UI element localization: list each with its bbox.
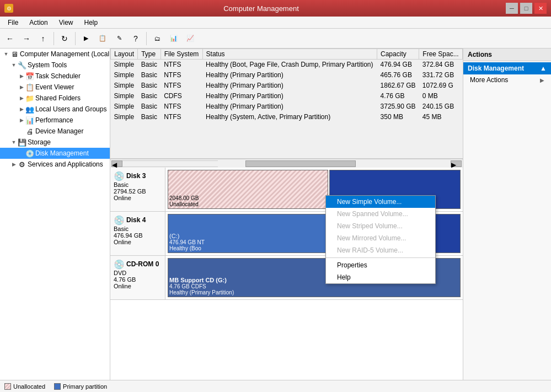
legend-unallocated-box bbox=[4, 383, 11, 390]
disk3-unallocated-label: Unallocated bbox=[169, 201, 327, 207]
table-row[interactable]: SimpleBasicNTFSHealthy (Primary Partitio… bbox=[111, 80, 463, 91]
table-cell: Simple bbox=[111, 70, 138, 80]
disk3-name: Disk 3 bbox=[126, 172, 146, 180]
extra-btn1[interactable]: 🗂 bbox=[149, 31, 165, 46]
sidebar-performance-label: Performance bbox=[35, 116, 73, 124]
table-cell: 0 MB bbox=[419, 91, 463, 101]
sidebar: ▼ 🖥 Computer Management (Local ▼ 🔧 Syste… bbox=[0, 49, 110, 380]
context-menu: New Simple Volume... New Spanned Volume.… bbox=[325, 195, 436, 284]
horizontal-scrollbar[interactable]: ◀ ▶ bbox=[110, 159, 463, 168]
sidebar-item-local-users[interactable]: ▶ 👥 Local Users and Groups bbox=[0, 104, 110, 115]
properties-button[interactable]: ✎ bbox=[111, 31, 127, 46]
sidebar-item-storage[interactable]: ▼ 💾 Storage bbox=[0, 137, 110, 148]
sidebar-item-shared-folders[interactable]: ▶ 📁 Shared Folders bbox=[0, 93, 110, 104]
sidebar-item-services-apps[interactable]: ▶ ⚙ Services and Applications bbox=[0, 159, 110, 170]
forward-button[interactable]: → bbox=[19, 31, 34, 46]
table-cell: Basic bbox=[138, 70, 161, 80]
expand-icon: ▶ bbox=[18, 84, 25, 90]
table-cell: 331.72 GB bbox=[419, 70, 463, 80]
sidebar-item-device-manager[interactable]: 🖨 Device Manager bbox=[0, 126, 110, 137]
sidebar-item-system-tools[interactable]: ▼ 🔧 System Tools bbox=[0, 60, 110, 71]
scroll-right-btn[interactable]: ▶ bbox=[451, 160, 462, 167]
table-cell: NTFS bbox=[161, 101, 202, 112]
extra-btn3[interactable]: 📈 bbox=[183, 31, 198, 46]
disk3-unallocated-size: 2048.00 GB bbox=[169, 195, 327, 201]
sidebar-event-viewer-label: Event Viewer bbox=[35, 83, 74, 91]
cdrom0-name: CD-ROM 0 bbox=[126, 260, 159, 268]
up-button[interactable]: ↑ bbox=[35, 31, 51, 46]
disk4-c-size: 476.94 GB NT bbox=[169, 239, 327, 245]
volumes-table-area: Layout Type File System Status Capacity … bbox=[110, 49, 463, 159]
cdrom0-size: 4.76 GB bbox=[114, 276, 162, 283]
sidebar-item-performance[interactable]: ▶ 📊 Performance bbox=[0, 115, 110, 126]
menu-file[interactable]: File bbox=[2, 18, 24, 28]
toolbar: ← → ↑ ↻ ▶ 📋 ✎ ? 🗂 📊 📈 bbox=[0, 29, 551, 49]
expand-icon: ▶ bbox=[18, 95, 25, 101]
window-controls: ─ □ ✕ bbox=[506, 3, 547, 14]
table-cell: Simple bbox=[111, 80, 138, 91]
actions-disk-management-header[interactable]: Disk Management ▲ bbox=[463, 62, 551, 74]
table-cell: Basic bbox=[138, 60, 161, 70]
disk4-c-label: (C:) bbox=[169, 233, 327, 239]
disk-management-icon: 💿 bbox=[25, 149, 34, 158]
cdrom0-info: 💿 CD-ROM 0 DVD 4.76 GB Online bbox=[110, 256, 165, 299]
back-button[interactable]: ← bbox=[2, 31, 18, 46]
cdrom0-type: DVD bbox=[114, 270, 162, 276]
table-row[interactable]: SimpleBasicNTFSHealthy (Boot, Page File,… bbox=[111, 60, 463, 70]
disk4-status: Online bbox=[114, 239, 162, 245]
services-icon: ⚙ bbox=[18, 160, 26, 169]
maximize-button[interactable]: □ bbox=[520, 3, 532, 14]
col-type: Type bbox=[138, 49, 161, 60]
event-viewer-icon: 📋 bbox=[25, 83, 34, 92]
sidebar-item-task-scheduler[interactable]: ▶ 📅 Task Scheduler bbox=[0, 71, 110, 82]
table-cell: 240.15 GB bbox=[419, 101, 463, 112]
table-cell: 465.76 GB bbox=[377, 70, 419, 80]
disk4-bar-c[interactable]: (C:) 476.94 GB NT Healthy (Boo bbox=[168, 214, 328, 253]
ctx-new-raid5: New RAID-5 Volume... bbox=[326, 244, 435, 256]
legend-primary-label: Primary partition bbox=[63, 383, 107, 390]
table-cell: 45 MB bbox=[419, 112, 463, 122]
table-cell: Healthy (System, Active, Primary Partiti… bbox=[202, 112, 377, 122]
table-row[interactable]: SimpleBasicCDFSHealthy (Primary Partitio… bbox=[111, 91, 463, 101]
table-row[interactable]: SimpleBasicNTFSHealthy (Primary Partitio… bbox=[111, 70, 463, 80]
extra-btn2[interactable]: 📊 bbox=[166, 31, 181, 46]
title-bar: ⚙ Computer Management ─ □ ✕ bbox=[0, 0, 551, 17]
sidebar-local-users-label: Local Users and Groups bbox=[35, 105, 106, 113]
scroll-left-btn[interactable]: ◀ bbox=[111, 160, 122, 167]
actions-more-actions[interactable]: More Actions ▶ bbox=[463, 74, 551, 85]
sidebar-item-disk-management[interactable]: 💿 Disk Management bbox=[0, 148, 110, 159]
export-button[interactable]: 📋 bbox=[95, 31, 110, 46]
table-cell: 1072.69 G bbox=[419, 80, 463, 91]
cdrom0-status: Online bbox=[114, 283, 162, 289]
ctx-new-simple[interactable]: New Simple Volume... bbox=[326, 196, 435, 208]
ctx-properties[interactable]: Properties bbox=[326, 259, 435, 271]
expand-icon: ▶ bbox=[18, 117, 25, 123]
legend-primary: Primary partition bbox=[54, 383, 107, 390]
col-capacity: Capacity bbox=[377, 49, 419, 60]
sidebar-item-event-viewer[interactable]: ▶ 📋 Event Viewer bbox=[0, 82, 110, 93]
sidebar-item-root[interactable]: ▼ 🖥 Computer Management (Local bbox=[0, 49, 110, 60]
disk3-size: 2794.52 GB bbox=[114, 188, 162, 195]
refresh-button[interactable]: ↻ bbox=[57, 31, 72, 46]
table-row[interactable]: SimpleBasicNTFSHealthy (Primary Partitio… bbox=[111, 101, 463, 112]
status-bar: Unallocated Primary partition bbox=[0, 380, 551, 392]
table-cell: Basic bbox=[138, 91, 161, 101]
show-hide-button[interactable]: ▶ bbox=[78, 31, 94, 46]
window-title: Computer Management bbox=[17, 4, 506, 13]
actions-disk-management-section: Disk Management ▲ More Actions ▶ bbox=[463, 61, 551, 87]
table-cell: Basic bbox=[138, 80, 161, 91]
minimize-button[interactable]: ─ bbox=[506, 3, 518, 14]
task-scheduler-icon: 📅 bbox=[25, 72, 34, 80]
table-row[interactable]: SimpleBasicNTFSHealthy (System, Active, … bbox=[111, 112, 463, 122]
close-button[interactable]: ✕ bbox=[534, 3, 547, 14]
menu-view[interactable]: View bbox=[54, 18, 79, 28]
disk3-bar-unallocated[interactable]: 2048.00 GB Unallocated bbox=[168, 170, 328, 209]
help-toolbar-button[interactable]: ? bbox=[128, 31, 143, 46]
sidebar-system-tools-label: System Tools bbox=[28, 61, 67, 69]
ctx-help[interactable]: Help bbox=[326, 271, 435, 283]
table-cell: NTFS bbox=[161, 112, 202, 122]
menu-help[interactable]: Help bbox=[79, 18, 104, 28]
disk3-type: Basic bbox=[114, 181, 162, 188]
menu-action[interactable]: Action bbox=[24, 18, 53, 28]
table-cell: 350 MB bbox=[377, 112, 419, 122]
